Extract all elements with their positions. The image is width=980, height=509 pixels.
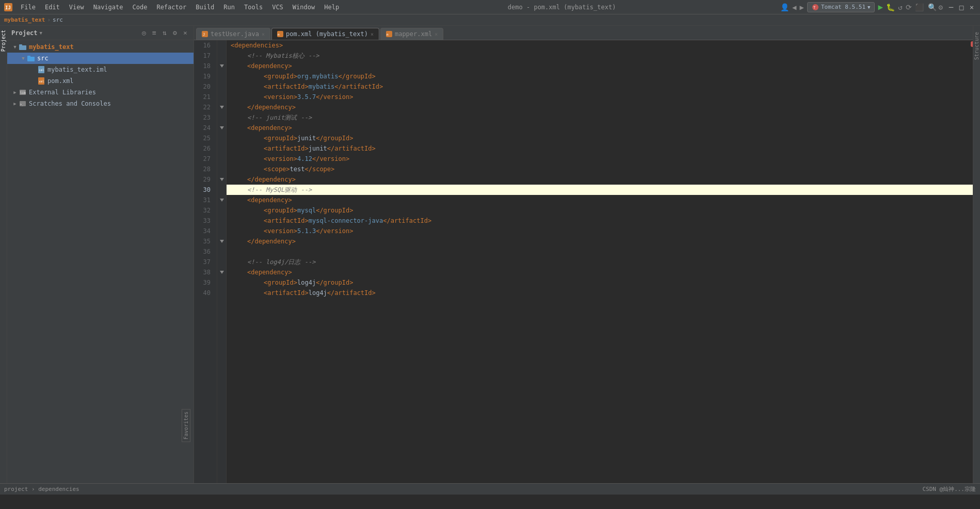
favorites-tab[interactable]: Favorites — [182, 409, 190, 442]
svg-text:J: J — [203, 32, 205, 37]
fold-icon-24[interactable] — [219, 125, 224, 130]
mybatis-text-label: mybatis_text — [29, 43, 74, 51]
gutter-25 — [217, 133, 226, 143]
line-num-40: 40 — [194, 288, 214, 298]
project-panel-title: Project ▼ — [11, 29, 138, 37]
tree-item-scratches[interactable]: ▶ >_ Scratches and Consoles — [7, 98, 194, 109]
tag-24: <dependency> — [247, 123, 292, 133]
stop-icon[interactable]: ⬛ — [915, 3, 924, 11]
tag-35: </dependency> — [247, 236, 296, 247]
structure-tab[interactable]: Structure — [973, 26, 980, 66]
breadcrumb: mybatis_text › src — [0, 14, 980, 26]
project-toolbar-icons: ◎ ≡ ⇅ ⚙ × — [140, 29, 189, 37]
tomcat-dropdown-icon[interactable]: ▼ — [867, 5, 870, 10]
locate-icon[interactable]: ◎ — [140, 29, 148, 37]
nav-forward-icon[interactable]: ▶ — [800, 3, 804, 11]
svg-marker-26 — [220, 199, 224, 202]
menu-file[interactable]: File — [17, 2, 40, 12]
fold-icon-18[interactable] — [219, 63, 224, 69]
tag-close-19: </groupId> — [339, 71, 376, 81]
tree-item-src[interactable]: ▼ src — [7, 53, 194, 64]
tree-arrow-ext[interactable]: ▶ — [11, 90, 19, 95]
code-line-33: <artifactId>mysql-connector-java</artifa… — [227, 216, 973, 226]
menu-edit[interactable]: Edit — [41, 2, 64, 12]
tree-item-pom[interactable]: xml pom.xml — [7, 75, 194, 87]
project-tab[interactable]: Project — [0, 26, 7, 56]
maximize-button[interactable]: □ — [957, 3, 966, 11]
tree-item-iml[interactable]: iml mybatis_text.iml — [7, 64, 194, 75]
line-num-23: 23 — [194, 112, 214, 123]
code-content[interactable]: <dependencies> <!-- Mybatis核心 --> <depen… — [227, 40, 973, 483]
tab-pom-close[interactable]: × — [371, 31, 374, 37]
tab-testuser[interactable]: J testUser.java × — [196, 28, 270, 40]
tag-29: </dependency> — [247, 174, 296, 185]
svg-text:>_: >_ — [20, 103, 24, 106]
menu-tools[interactable]: Tools — [240, 2, 267, 12]
svg-text:xml: xml — [39, 79, 44, 83]
tab-mapper[interactable]: m mapper.xml × — [380, 28, 443, 40]
rerun-icon[interactable]: ↺ — [898, 3, 902, 11]
tree-arrow-src[interactable]: ▼ — [20, 56, 27, 61]
java-icon: J — [202, 31, 208, 37]
profile-icon[interactable]: 👤 — [780, 3, 789, 11]
gutter-36 — [217, 247, 226, 257]
menu-run[interactable]: Run — [219, 2, 239, 12]
code-line-21: <version>3.5.7</version> — [227, 92, 973, 102]
menu-build[interactable]: Build — [191, 2, 218, 12]
refresh-icon[interactable]: ⟳ — [906, 3, 912, 11]
menu-navigate[interactable]: Navigate — [89, 2, 127, 12]
search-icon[interactable]: 🔍 — [928, 3, 937, 11]
minimize-button[interactable]: ─ — [947, 3, 955, 11]
window-title: demo - pom.xml (mybatis_text) — [343, 4, 780, 11]
tree-item-external-libs[interactable]: ▶ lib External Libraries — [7, 87, 194, 98]
breadcrumb-src[interactable]: src — [53, 17, 63, 23]
close-button[interactable]: × — [968, 3, 976, 11]
line-num-19: 19 — [194, 71, 214, 81]
code-line-36 — [227, 247, 973, 257]
tree-item-mybatis-text[interactable]: ▼ mybatis_text — [7, 41, 194, 53]
tomcat-selector[interactable]: T Tomcat 8.5.51 ▼ — [807, 2, 875, 12]
menu-view[interactable]: View — [65, 2, 88, 12]
settings-icon[interactable]: ⚙ — [939, 3, 943, 11]
tab-pom-label: pom.xml (mybatis_text) — [286, 30, 368, 38]
menu-window[interactable]: Window — [288, 2, 319, 12]
breadcrumb-root[interactable]: mybatis_text — [4, 17, 45, 23]
menu-refactor[interactable]: Refactor — [152, 2, 190, 12]
fold-icon-38[interactable] — [219, 270, 224, 275]
tab-mapper-close[interactable]: × — [435, 31, 438, 37]
line-num-18: 18 — [194, 61, 214, 71]
svg-text:IJ: IJ — [5, 5, 11, 10]
fold-icon-22[interactable] — [219, 105, 224, 110]
gutter-30 — [217, 185, 226, 195]
tree-arrow-scratch[interactable]: ▶ — [11, 101, 19, 106]
project-dropdown-icon[interactable]: ▼ — [40, 30, 42, 36]
debug-icon[interactable]: 🐛 — [886, 3, 895, 11]
menu-bar: File Edit View Navigate Code Refactor Bu… — [17, 2, 343, 12]
fold-icon-35[interactable] — [219, 239, 224, 244]
main-layout: Project Project ▼ ◎ ≡ ⇅ ⚙ × ▼ — [0, 26, 980, 483]
tab-testuser-label: testUser.java — [211, 30, 259, 38]
svg-marker-25 — [220, 178, 224, 181]
menu-vcs[interactable]: VCS — [268, 2, 287, 12]
tree-arrow-mybatis[interactable]: ▼ — [11, 44, 19, 50]
status-bar: project › dependencies CSDN @灿神...宗隆 — [0, 483, 980, 495]
fold-icon-29[interactable] — [219, 177, 224, 182]
svg-marker-27 — [220, 240, 224, 243]
line-num-16: 16 — [194, 40, 214, 51]
fold-icon-31[interactable] — [219, 198, 224, 203]
close-panel-icon[interactable]: × — [181, 29, 189, 37]
tab-pom[interactable]: m pom.xml (mybatis_text) × — [271, 28, 379, 40]
line-numbers: 16 17 18 19 20 21 22 23 24 25 26 27 28 2… — [194, 40, 217, 483]
run-green-icon[interactable]: ▶ — [878, 2, 883, 12]
nav-back-icon[interactable]: ◀ — [792, 3, 796, 11]
menu-code[interactable]: Code — [128, 2, 152, 12]
status-user: CSDN @灿神...宗隆 — [922, 485, 976, 493]
status-left: project › dependencies — [4, 486, 79, 492]
line-num-17: 17 — [194, 51, 214, 61]
tab-testuser-close[interactable]: × — [262, 31, 265, 37]
sort-icon[interactable]: ⇅ — [160, 29, 169, 37]
menu-help[interactable]: Help — [320, 2, 343, 12]
settings-gear-icon[interactable]: ⚙ — [171, 29, 179, 37]
collapse-icon[interactable]: ≡ — [150, 29, 158, 37]
line-num-25: 25 — [194, 133, 214, 143]
